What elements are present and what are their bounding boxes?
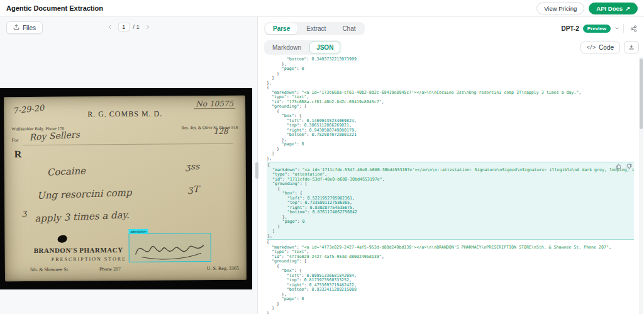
page-navigation: 1 / 1: [105, 22, 152, 31]
mode-tabs: Parse Extract Chat: [264, 22, 365, 35]
preview-badge: Preview: [583, 25, 611, 33]
code-line: ]: [267, 306, 634, 311]
code-brackets-icon: </>: [587, 45, 596, 50]
files-button-label: Files: [23, 25, 36, 31]
rx-line-3: apply 3 times a day.: [35, 209, 130, 224]
external-link-arrow-icon: ↗: [625, 5, 630, 12]
view-toggle: Markdown JSON: [264, 40, 341, 55]
code-line: }: [267, 225, 633, 230]
chevron-left-icon: [107, 24, 113, 30]
api-docs-label: API Docs: [596, 5, 623, 12]
for-label: For: [11, 137, 18, 143]
pharmacy-name: BRANDON'S PHARMACY: [34, 246, 123, 254]
tab-parse[interactable]: Parse: [265, 23, 297, 34]
vertical-separator: [623, 24, 624, 33]
code-line: ]: [267, 76, 634, 81]
code-line: "id": "4f73e029-2427-4af5-953d-d80d249bd…: [267, 255, 634, 260]
code-line: },: [267, 157, 634, 162]
chevron-down-icon: [614, 26, 619, 31]
code-line: "bottom": 0.7829849728001221: [267, 133, 634, 138]
chunk-feedback-buttons: [616, 164, 632, 169]
api-docs-button[interactable]: API Docs ↗: [589, 3, 638, 14]
chevron-right-icon: [144, 24, 150, 30]
code-line: },: [267, 62, 634, 67]
code-line: "id": "1711cfde-53df-48e0-b680-30bd45531…: [267, 177, 633, 182]
code-line: }: [267, 72, 634, 77]
results-header-row: Parse Extract Chat DPT-2 Preview: [264, 21, 639, 36]
view-pricing-label: View Pricing: [544, 5, 577, 12]
code-line: },: [267, 311, 634, 314]
top-header: Agentic Document Extraction View Pricing…: [0, 0, 644, 17]
thumbs-up-icon[interactable]: [616, 164, 621, 169]
code-line: "page": 0: [267, 67, 634, 72]
scrollbar-thumb[interactable]: [640, 59, 643, 129]
rx-line-1: Cocaine: [47, 165, 86, 178]
upload-tray-icon: [13, 24, 19, 31]
code-line: "page": 0: [267, 142, 634, 147]
code-line: },: [267, 234, 633, 239]
results-panel: Parse Extract Chat DPT-2 Preview Markdow…: [258, 17, 644, 314]
code-line: },: [267, 81, 634, 86]
code-line: {: [267, 109, 634, 115]
rx-amount-1: ʒss: [186, 161, 199, 171]
code-line: ]: [267, 152, 634, 157]
code-button-label: Code: [599, 44, 614, 51]
patient-number: 128: [213, 127, 228, 136]
toggle-markdown[interactable]: Markdown: [265, 42, 308, 53]
next-page-button[interactable]: [143, 22, 152, 31]
highlighted-attestation-chunk[interactable]: { "markdown": "<a id='1711cfde-53df-48e0…: [267, 162, 634, 240]
share-icon: [630, 25, 637, 32]
pharmacy-address: 5th. & Shawnee St.: [30, 267, 69, 272]
tab-chat[interactable]: Chat: [335, 23, 363, 34]
code-line: "markdown": "<a id='173c668a-cf61-40b2-8…: [267, 91, 634, 96]
code-line: "bottom": 0.8761174862756042: [267, 210, 633, 215]
code-line: }: [267, 302, 634, 307]
handwritten-date: 7-29-20: [13, 103, 45, 116]
code-line: "markdown": "<a id='4f73e029-2427-4af5-9…: [267, 245, 634, 250]
attestation-box-label: attestation: [128, 229, 148, 234]
download-button[interactable]: [624, 41, 639, 53]
code-line: "bottom": 0.3493732213973999: [267, 57, 634, 62]
code-button[interactable]: </> Code: [580, 42, 620, 53]
current-page-indicator[interactable]: 1: [118, 23, 130, 31]
script-number: No 10575: [194, 99, 235, 109]
signature-squiggle: [131, 235, 210, 262]
code-line: "grounding": [: [267, 259, 634, 264]
code-line: "grounding": [: [267, 104, 634, 109]
main-area: Files 1 / 1 7-29-20 R. G. COMBS M. D. No…: [0, 17, 644, 314]
pharmacy-phone: Phone 207: [99, 266, 121, 272]
model-selector[interactable]: DPT-2 Preview: [561, 23, 639, 34]
share-button[interactable]: [628, 23, 639, 34]
thumbs-down-icon[interactable]: [626, 164, 632, 169]
code-line: "id": "173c668a-cf61-40b2-8d2c-69419e894…: [267, 100, 634, 105]
registration-number: U. S. Reg. 3365: [207, 266, 239, 271]
code-line: "bottom": 0.9332411289215088: [267, 288, 634, 293]
toggle-json[interactable]: JSON: [309, 42, 340, 53]
download-icon: [628, 44, 635, 50]
pharmacy-type: PRESCRIPTION STORE: [52, 256, 126, 262]
code-line: "page": 0: [267, 220, 633, 225]
code-line: ]: [267, 229, 633, 234]
view-pricing-button[interactable]: View Pricing: [536, 3, 584, 14]
code-area[interactable]: "bottom": 0.3493732213973999 }, "page": …: [267, 57, 634, 314]
code-line: },: [267, 293, 634, 298]
form-rule-line: [23, 143, 233, 145]
code-line: {: [267, 264, 634, 269]
previous-page-button[interactable]: [105, 22, 114, 31]
residence-info: Res. 4th. & Olive St. Phone 518: [181, 125, 238, 131]
page-title: Agentic Document Extraction: [6, 4, 103, 12]
code-line: "page": 0: [267, 297, 634, 302]
document-viewer-panel: Files 1 / 1 7-29-20 R. G. COMBS M. D. No…: [0, 17, 258, 314]
view-toolbar-row: Markdown JSON </> Code: [264, 40, 639, 55]
prescription-paper: 7-29-20 R. G. COMBS M. D. No 10575 Wulfe…: [4, 96, 247, 282]
attestation-bounding-box[interactable]: attestation: [128, 233, 211, 262]
code-line: }: [267, 147, 634, 152]
doctor-name: R. G. COMBS M. D.: [87, 109, 162, 120]
files-button[interactable]: Files: [6, 21, 43, 34]
panel-resize-handle[interactable]: [255, 162, 258, 179]
patient-name: Roy Sellers: [29, 129, 80, 142]
model-name: DPT-2: [561, 25, 579, 32]
tab-extract[interactable]: Extract: [299, 23, 333, 34]
code-line: },: [267, 215, 633, 220]
code-line: },: [267, 138, 634, 143]
